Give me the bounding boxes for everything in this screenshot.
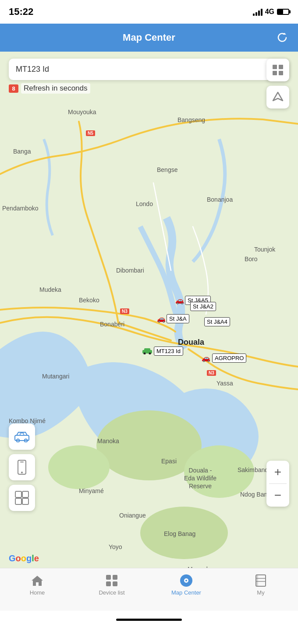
vehicle-label-st-ja2: St J&A2: [190, 302, 216, 311]
header: Map Center: [0, 24, 298, 52]
home-icon: [30, 574, 44, 588]
home-indicator: [116, 619, 182, 621]
status-bar: 15:22 4G: [0, 0, 298, 24]
tab-home[interactable]: Home: [0, 574, 74, 596]
navigate-icon: [272, 91, 284, 103]
devices-icon: [14, 490, 29, 505]
page-title: Map Center: [123, 32, 175, 43]
svg-rect-24: [15, 498, 21, 504]
tab-map-center-label: Map Center: [171, 589, 201, 596]
vehicle-st-ja[interactable]: 🚗 St J&A: [157, 314, 189, 323]
vehicle-mt123[interactable]: MT123 Id: [142, 346, 183, 356]
svg-rect-29: [113, 581, 117, 586]
countdown-text: Refresh in seconds: [21, 83, 90, 94]
svg-rect-27: [113, 575, 117, 580]
search-text: MT123 Id: [16, 65, 49, 74]
road-badge-n5: N5: [86, 130, 95, 136]
signal-icon: [253, 8, 263, 16]
svg-rect-23: [22, 491, 28, 497]
svg-point-3: [184, 445, 254, 498]
svg-rect-21: [20, 462, 24, 462]
zoom-in-button[interactable]: +: [266, 461, 289, 483]
svg-rect-1: [0, 52, 298, 568]
svg-rect-28: [106, 581, 111, 586]
svg-rect-8: [273, 71, 277, 75]
grid-icon: [105, 574, 119, 588]
svg-rect-9: [279, 71, 283, 75]
map-container[interactable]: MT123 Id 8 Refresh in seconds Mouyouka B…: [0, 52, 298, 568]
battery-icon: [277, 9, 289, 15]
phone-icon: [17, 459, 27, 475]
refresh-button[interactable]: [274, 30, 290, 46]
svg-rect-6: [273, 65, 277, 69]
book-icon: [254, 574, 268, 588]
devices-button[interactable]: [9, 485, 35, 511]
tab-home-label: Home: [30, 589, 45, 596]
map-layer-button[interactable]: [266, 59, 289, 81]
svg-marker-10: [273, 92, 283, 101]
refresh-countdown: 8 Refresh in seconds: [9, 83, 90, 94]
vehicle-st-ja2[interactable]: St J&A2: [190, 302, 216, 311]
vehicle-label-mt123: MT123 Id: [154, 346, 183, 356]
countdown-badge: 8: [9, 84, 18, 93]
svg-rect-25: [22, 498, 28, 504]
google-logo: Google: [9, 553, 39, 564]
svg-point-20: [21, 472, 23, 473]
left-buttons: [9, 424, 35, 511]
phone-button[interactable]: [9, 454, 35, 480]
search-bar[interactable]: MT123 Id: [9, 59, 289, 80]
tab-bar: Home Device list Map Center: [0, 568, 298, 611]
home-bar: [0, 611, 298, 628]
tab-map-center[interactable]: Map Center: [149, 574, 224, 596]
zoom-controls: + −: [266, 461, 289, 507]
vehicle-st-ja4[interactable]: St J&A4: [204, 317, 230, 326]
svg-point-5: [140, 507, 228, 559]
tab-my[interactable]: My: [224, 574, 298, 596]
tab-device-list[interactable]: Device list: [74, 574, 149, 596]
tab-device-list-label: Device list: [99, 589, 124, 596]
svg-point-32: [185, 580, 187, 581]
map-center-icon: [179, 574, 193, 588]
map-svg: [0, 52, 298, 568]
vehicle-label-st-ja4: St J&A4: [204, 317, 230, 326]
svg-point-4: [48, 445, 110, 489]
layers-icon: [271, 63, 284, 77]
road-badge-n3b: N3: [207, 370, 216, 376]
svg-rect-7: [279, 65, 283, 69]
status-time: 15:22: [9, 6, 33, 18]
car-icon-mt123: [142, 348, 152, 354]
road-badge-n3a: N3: [120, 308, 129, 314]
svg-rect-40: [256, 575, 258, 586]
car-icon: [14, 431, 30, 442]
network-type: 4G: [265, 8, 274, 16]
svg-rect-12: [144, 348, 150, 351]
svg-rect-18: [20, 433, 24, 435]
vehicle-label-agropro: AGROPRO: [212, 354, 246, 363]
vehicle-label-st-ja: St J&A: [167, 314, 189, 323]
refresh-icon: [277, 32, 288, 43]
status-icons: 4G: [253, 8, 289, 16]
svg-rect-26: [106, 575, 111, 580]
vehicle-agropro[interactable]: 🚗 AGROPRO: [202, 354, 246, 363]
navigate-button[interactable]: [266, 86, 289, 108]
tab-my-label: My: [257, 589, 264, 596]
car-button[interactable]: [9, 424, 35, 450]
svg-rect-22: [15, 491, 21, 497]
zoom-out-button[interactable]: −: [266, 484, 289, 507]
